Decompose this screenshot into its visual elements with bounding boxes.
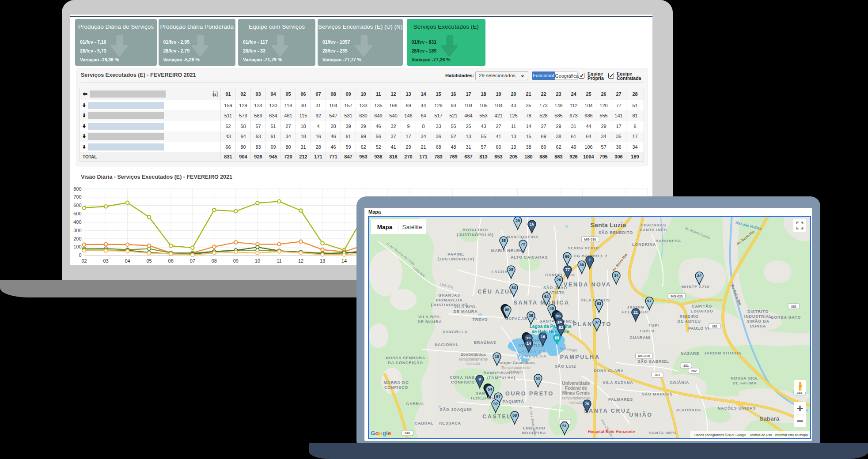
svg-text:03: 03 (103, 258, 108, 263)
svg-text:SÃO GABRIEL: SÃO GABRIEL (637, 359, 669, 364)
svg-text:ALTO CAICARAS: ALTO CAICARAS (511, 255, 548, 260)
svg-text:500: 500 (73, 211, 81, 216)
svg-text:NACIONAL: NACIONAL (435, 342, 459, 347)
svg-text:83: 83 (512, 286, 516, 290)
svg-text:09: 09 (233, 258, 239, 263)
svg-text:PAMPULHA: PAMPULHA (560, 354, 600, 360)
svg-text:58: 58 (512, 413, 517, 418)
svg-text:100: 100 (73, 244, 81, 249)
svg-text:200: 200 (73, 236, 81, 241)
svg-text:0: 0 (79, 252, 81, 258)
svg-text:LAGOA DAPAMPULHA: LAGOA DAPAMPULHA (518, 349, 547, 358)
svg-text:97: 97 (647, 299, 652, 303)
svg-text:NAZARE: NAZARE (681, 351, 699, 356)
svg-text:14: 14 (527, 341, 531, 346)
svg-text:28: 28 (509, 267, 513, 272)
svg-text:400: 400 (73, 219, 81, 225)
svg-text:57: 57 (496, 395, 500, 399)
svg-text:CÉU AZUL: CÉU AZUL (478, 288, 515, 295)
svg-text:LAGOA: LAGOA (492, 270, 508, 274)
svg-text:64: 64 (544, 294, 549, 299)
svg-text:o: o (379, 430, 383, 436)
svg-text:SÃO MARCOS: SÃO MARCOS (642, 392, 673, 396)
svg-text:51: 51 (562, 424, 567, 428)
svg-text:13: 13 (320, 258, 325, 263)
svg-text:MG-010: MG-010 (584, 237, 596, 241)
svg-text:Mapa: Mapa (377, 224, 393, 230)
svg-text:15: 15 (530, 222, 534, 226)
svg-text:05: 05 (146, 258, 152, 263)
svg-text:800: 800 (73, 186, 81, 192)
svg-text:NOSSA SRA.DE FATIMA: NOSSA SRA.DE FATIMA (731, 376, 759, 385)
svg-text:VENDA NOVA: VENDA NOVA (564, 282, 611, 288)
svg-text:NOSSA SENHORADA CONCEIÇÃO: NOSSA SENHORADA CONCEIÇÃO (386, 356, 425, 365)
svg-text:70: 70 (585, 402, 589, 406)
svg-text:CAPITÃOEDUARDO: CAPITÃOEDUARDO (690, 304, 713, 313)
svg-text:e: e (388, 430, 391, 436)
svg-text:SÃO BENEDITO: SÃO BENEDITO (599, 230, 633, 235)
svg-text:Zoobotânica: Zoobotânica (461, 352, 486, 357)
svg-text:06: 06 (168, 258, 174, 263)
svg-text:NAÇÕES UNIDAS: NAÇÕES UNIDAS (718, 406, 756, 410)
svg-text:040: 040 (405, 431, 410, 435)
svg-text:CONJ. HAB.CONFISCO: CONJ. HAB.CONFISCO (450, 375, 476, 384)
svg-text:Dados cartográficos ©2021 Goog: Dados cartográficos ©2021 Google (694, 433, 746, 437)
svg-text:700: 700 (73, 194, 81, 199)
svg-text:CABRAL: CABRAL (415, 421, 434, 425)
svg-text:x: x (214, 93, 216, 96)
svg-text:77: 77 (565, 267, 570, 272)
svg-text:10: 10 (495, 354, 499, 359)
svg-text:PAQUETÁ: PAQUETÁ (503, 399, 524, 404)
svg-text:95: 95 (556, 314, 561, 318)
svg-text:MORRO DOCONFISCO: MORRO DOCONFISCO (384, 380, 409, 390)
svg-text:RESSACA: RESSACA (439, 421, 461, 425)
svg-text:CHÁCARASSANTA INÊS: CHÁCARASSANTA INÊS (640, 223, 667, 232)
svg-text:g: g (383, 430, 386, 436)
svg-text:29: 29 (515, 218, 520, 223)
svg-text:TUPI B: TUPI B (640, 329, 655, 333)
svg-text:Santa Luzia: Santa Luzia (590, 222, 626, 229)
svg-text:08: 08 (212, 258, 217, 263)
svg-text:VILA SUZANA: VILA SUZANA (603, 380, 633, 385)
svg-text:40: 40 (550, 306, 554, 311)
svg-text:SERRA VERDE: SERRA VERDE (568, 246, 600, 250)
svg-text:DONA CLARA: DONA CLARA (594, 369, 624, 373)
svg-text:TREVO: TREVO (472, 317, 488, 322)
svg-text:63: 63 (597, 301, 601, 306)
svg-text:38: 38 (501, 238, 506, 243)
svg-text:21: 21 (633, 310, 638, 315)
svg-text:381: 381 (655, 373, 660, 377)
svg-text:04: 04 (125, 258, 130, 263)
svg-text:16: 16 (541, 335, 545, 339)
svg-text:PALMARES: PALMARES (608, 397, 633, 402)
svg-text:SANTA MONICA: SANTA MONICA (513, 300, 569, 306)
svg-text:OURO PRETO: OURO PRETO (505, 391, 554, 397)
svg-text:TUPI: TUPI (648, 323, 659, 327)
svg-text:Sabará: Sabará (759, 415, 780, 422)
svg-text:MARIA HELENA: MARIA HELENA (491, 248, 526, 253)
svg-text:BARONESA: BARONESA (656, 239, 681, 243)
svg-text:VILA BPO.DE MAURA: VILA BPO.DE MAURA (454, 305, 478, 314)
svg-text:9: 9 (478, 377, 481, 381)
svg-text:10: 10 (255, 258, 260, 263)
svg-text:UNIÃO: UNIÃO (629, 411, 652, 418)
svg-text:MG-020: MG-020 (671, 294, 682, 298)
svg-text:PLANALTO: PLANALTO (573, 321, 612, 327)
svg-text:52: 52 (536, 376, 540, 380)
svg-text:26: 26 (557, 278, 561, 282)
svg-text:300: 300 (73, 228, 81, 233)
svg-text:CABRAL: CABRAL (406, 402, 425, 406)
svg-text:37: 37 (595, 320, 599, 324)
svg-text:14: 14 (341, 258, 347, 263)
svg-text:BORBA GATO: BORBA GATO (771, 315, 801, 320)
svg-text:66: 66 (565, 254, 569, 259)
svg-text:o: o (375, 430, 379, 436)
svg-text:ALVORADA: ALVORADA (676, 408, 701, 412)
svg-text:XANGRI-LA: XANGRI-LA (442, 330, 467, 334)
svg-text:SANTA CRUZ: SANTA CRUZ (584, 408, 631, 414)
svg-text:RIBEIRODE ABREU: RIBEIRODE ABREU (677, 314, 701, 324)
svg-text:Lagoa da Pampulhade Belo Horiz: Lagoa da Pampulhade Belo Horizonte (530, 324, 572, 334)
svg-text:34: 34 (614, 273, 618, 278)
svg-text:GOIÂNIA: GOIÂNIA (670, 380, 689, 385)
svg-text:381: 381 (683, 364, 689, 368)
